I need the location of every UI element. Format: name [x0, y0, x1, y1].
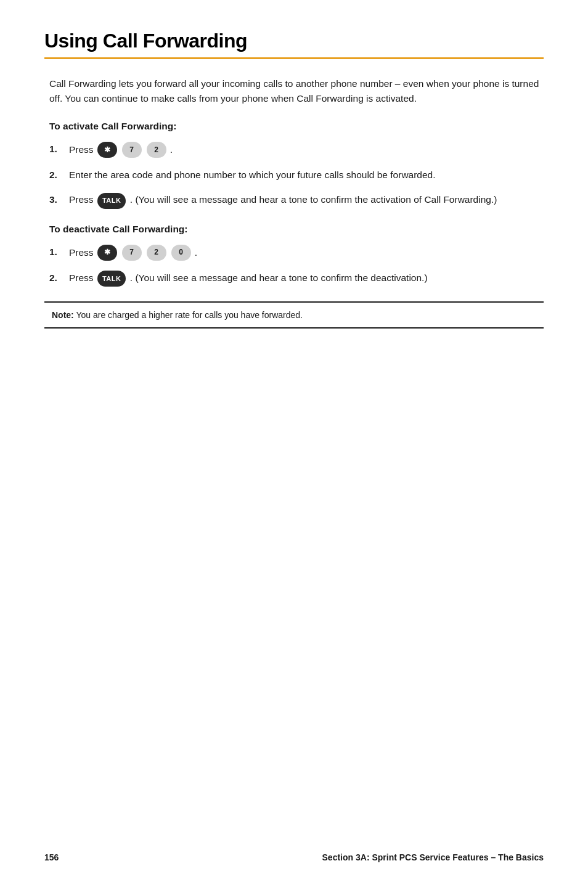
key-talk: TALK: [97, 271, 126, 287]
step-number: 1.: [49, 245, 69, 259]
activate-heading: To activate Call Forwarding:: [44, 121, 544, 132]
step-suffix: . (You will see a message and hear a ton…: [130, 272, 428, 283]
key-7: 7: [122, 245, 142, 261]
page-title: Using Call Forwarding: [44, 30, 544, 52]
note-label: Note:: [52, 310, 74, 320]
step-suffix: . (You will see a message and hear a ton…: [130, 194, 497, 205]
step-text: Press: [69, 142, 94, 157]
period: .: [170, 142, 173, 157]
page-container: Using Call Forwarding Call Forwarding le…: [0, 0, 588, 882]
key-2: 2: [147, 245, 166, 261]
activate-step-2: 2. Enter the area code and phone number …: [49, 168, 544, 182]
activate-steps-list: 1. Press ✱ 7 2 . 2. Enter the area code …: [44, 142, 544, 209]
step-content: Press TALK . (You will see a message and…: [69, 271, 544, 287]
key-2: 2: [147, 142, 166, 158]
activate-step-3: 3. Press TALK . (You will see a message …: [49, 192, 544, 209]
title-divider: [44, 57, 544, 59]
step-text: Press: [69, 194, 96, 205]
deactivate-step-2: 2. Press TALK . (You will see a message …: [49, 271, 544, 287]
step-content: Enter the area code and phone number to …: [69, 168, 544, 182]
footer-section: Section 3A: Sprint PCS Service Features …: [322, 852, 544, 862]
deactivate-step-1: 1. Press ✱ 7 2 0 .: [49, 245, 544, 261]
step-content: Press ✱ 7 2 0 .: [69, 245, 544, 261]
deactivate-steps-list: 1. Press ✱ 7 2 0 . 2. Press TALK . (You …: [44, 245, 544, 287]
step-number: 2.: [49, 271, 69, 285]
key-star: ✱: [97, 142, 117, 158]
activate-step-1: 1. Press ✱ 7 2 .: [49, 142, 544, 158]
key-talk: TALK: [97, 193, 126, 209]
step-text: Press: [69, 245, 94, 260]
step-content: Press ✱ 7 2 .: [69, 142, 544, 158]
step-text: Press: [69, 272, 96, 283]
key-7: 7: [122, 142, 142, 158]
note-text: You are charged a higher rate for calls …: [74, 310, 303, 320]
step-number: 1.: [49, 142, 69, 157]
deactivate-heading: To deactivate Call Forwarding:: [44, 224, 544, 235]
page-number: 156: [44, 852, 59, 862]
step-number: 3.: [49, 192, 69, 207]
period: .: [195, 245, 197, 260]
note-box: Note: You are charged a higher rate for …: [44, 301, 544, 329]
step-content: Press TALK . (You will see a message and…: [69, 192, 544, 209]
step-number: 2.: [49, 168, 69, 182]
page-footer: 156 Section 3A: Sprint PCS Service Featu…: [44, 852, 544, 862]
key-0: 0: [171, 245, 191, 261]
key-star: ✱: [97, 245, 117, 261]
intro-paragraph: Call Forwarding lets you forward all you…: [44, 76, 544, 106]
